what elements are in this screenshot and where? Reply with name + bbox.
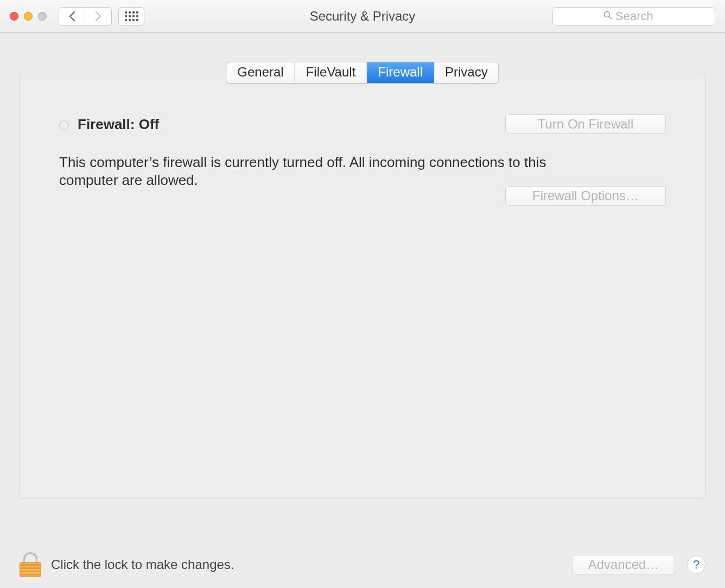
search-icon [603,11,612,22]
firewall-options-button: Firewall Options… [505,186,666,206]
help-button[interactable]: ? [687,555,705,574]
tab-privacy[interactable]: Privacy [434,62,499,83]
lock-icon[interactable] [20,552,41,577]
tab-filevault[interactable]: FileVault [295,62,367,83]
forward-button [85,8,111,25]
firewall-status-label: Firewall: Off [78,116,159,133]
window-controls [10,12,47,21]
help-icon: ? [693,558,699,572]
minimize-window-button[interactable] [24,12,33,21]
firewall-status-row: Firewall: Off Turn On Firewall [59,114,666,134]
turn-on-firewall-button: Turn On Firewall [505,114,666,134]
firewall-panel: Firewall: Off Turn On Firewall This comp… [20,73,705,499]
chevron-left-icon [68,11,76,21]
lock-hint-text: Click the lock to make changes. [51,557,562,572]
search-field[interactable] [552,7,715,25]
titlebar: Security & Privacy [0,0,725,33]
back-button[interactable] [59,8,85,25]
svg-line-1 [609,16,612,19]
firewall-description: This computer’s firewall is currently tu… [59,154,584,190]
tab-firewall[interactable]: Firewall [367,62,434,83]
grid-icon [125,11,138,21]
close-window-button[interactable] [10,12,18,21]
window-body: General FileVault Firewall Privacy Firew… [0,33,725,588]
advanced-button: Advanced… [572,555,675,574]
maximize-window-button [38,12,47,21]
nav-back-forward [59,7,112,25]
tab-bar: General FileVault Firewall Privacy [226,62,499,84]
show-all-button[interactable] [118,7,144,25]
tab-general[interactable]: General [226,62,295,83]
firewall-status-indicator-icon [59,120,69,130]
search-input[interactable] [615,9,664,23]
chevron-right-icon [94,11,102,21]
footer: Click the lock to make changes. Advanced… [20,552,705,577]
